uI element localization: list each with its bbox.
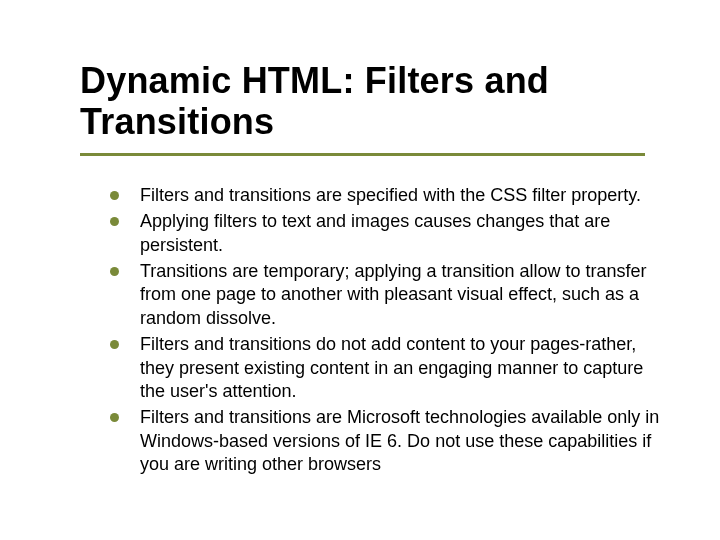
bullet-list: Filters and transitions are specified wi… (110, 184, 665, 477)
list-item: Filters and transitions are specified wi… (110, 184, 665, 207)
list-item: Transitions are temporary; applying a tr… (110, 260, 665, 330)
list-item: Applying filters to text and images caus… (110, 210, 665, 257)
title-underline (80, 153, 645, 156)
list-item: Filters and transitions are Microsoft te… (110, 406, 665, 476)
slide-title: Dynamic HTML: Filters and Transitions (80, 60, 665, 143)
body: Filters and transitions are specified wi… (80, 184, 665, 477)
title-block: Dynamic HTML: Filters and Transitions (80, 60, 665, 156)
list-item: Filters and transitions do not add conte… (110, 333, 665, 403)
slide: Dynamic HTML: Filters and Transitions Fi… (0, 0, 720, 540)
